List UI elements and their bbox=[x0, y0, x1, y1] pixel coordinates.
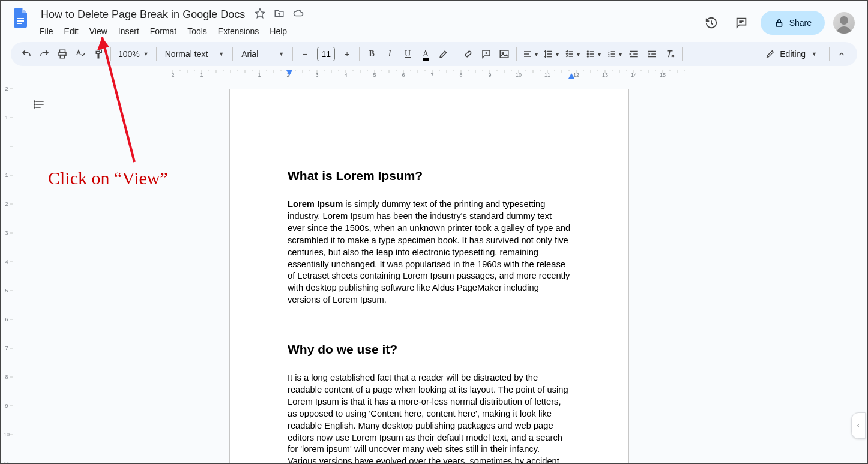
svg-point-12 bbox=[588, 56, 589, 57]
zoom-dropdown[interactable]: 100%▼ bbox=[115, 49, 152, 59]
svg-text:13: 13 bbox=[602, 72, 608, 78]
paint-format-button[interactable] bbox=[90, 46, 107, 62]
paragraph-2[interactable]: It is a long established fact that a rea… bbox=[288, 372, 571, 464]
zoom-value: 100% bbox=[118, 49, 140, 59]
bold-button[interactable]: B bbox=[363, 46, 380, 62]
svg-text:1: 1 bbox=[200, 72, 203, 78]
line-spacing-button[interactable] bbox=[541, 46, 561, 62]
account-avatar[interactable] bbox=[833, 12, 855, 34]
print-button[interactable] bbox=[54, 46, 71, 62]
svg-text:14: 14 bbox=[631, 72, 637, 78]
numbered-list-button[interactable]: 123 bbox=[604, 46, 624, 62]
pencil-icon bbox=[765, 49, 775, 59]
menu-help[interactable]: Help bbox=[265, 24, 292, 38]
toolbar: 100%▼ Normal text▼ Arial▼ − + B I U A 12… bbox=[11, 42, 857, 66]
undo-button[interactable] bbox=[18, 46, 35, 62]
underline-button[interactable]: U bbox=[399, 46, 416, 62]
font-family-dropdown[interactable]: Arial▼ bbox=[237, 49, 289, 59]
share-label: Share bbox=[789, 18, 812, 28]
align-button[interactable] bbox=[520, 46, 540, 62]
decrease-font-size-button[interactable]: − bbox=[297, 46, 313, 62]
star-icon[interactable] bbox=[255, 8, 265, 21]
collapse-toolbar-button[interactable] bbox=[833, 46, 850, 62]
italic-button[interactable]: I bbox=[381, 46, 398, 62]
menu-edit[interactable]: Edit bbox=[59, 24, 83, 38]
text-color-button[interactable]: A bbox=[417, 46, 434, 62]
menu-format[interactable]: Format bbox=[145, 24, 181, 38]
paragraph-style-dropdown[interactable]: Normal text▼ bbox=[160, 49, 229, 59]
paragraph-text: is simply dummy text of the printing and… bbox=[288, 199, 570, 304]
svg-text:8: 8 bbox=[459, 72, 462, 78]
paragraph-1[interactable]: Lorem Ipsum is simply dummy text of the … bbox=[288, 199, 571, 306]
spellcheck-button[interactable] bbox=[72, 46, 89, 62]
svg-point-11 bbox=[588, 53, 589, 55]
cloud-status-icon[interactable] bbox=[293, 8, 304, 21]
svg-rect-0 bbox=[17, 18, 24, 19]
svg-text:10: 10 bbox=[516, 72, 522, 78]
svg-text:7: 7 bbox=[5, 345, 8, 351]
paragraph-text: It is a long established fact that a rea… bbox=[288, 373, 568, 454]
svg-text:2: 2 bbox=[5, 86, 8, 92]
svg-text:15: 15 bbox=[660, 72, 666, 78]
comments-icon[interactable] bbox=[731, 12, 752, 34]
heading-2[interactable]: Why do we use it? bbox=[288, 341, 571, 358]
bold-text: Lorem Ipsum bbox=[288, 199, 343, 209]
decrease-indent-button[interactable] bbox=[625, 46, 642, 62]
svg-rect-3 bbox=[776, 22, 782, 26]
svg-rect-2 bbox=[17, 23, 22, 24]
menu-bar: File Edit View Insert Format Tools Exten… bbox=[35, 23, 701, 40]
redo-button[interactable] bbox=[36, 46, 53, 62]
svg-text:1: 1 bbox=[258, 72, 261, 78]
vertical-ruler[interactable]: 2112345678910111213 bbox=[4, 78, 16, 463]
svg-rect-1 bbox=[17, 20, 24, 22]
svg-text:4: 4 bbox=[344, 72, 347, 78]
font-size-input[interactable] bbox=[317, 47, 335, 61]
clear-formatting-button[interactable] bbox=[662, 46, 678, 62]
svg-text:8: 8 bbox=[5, 374, 8, 380]
svg-text:9: 9 bbox=[5, 403, 8, 409]
svg-text:3: 3 bbox=[5, 230, 8, 236]
docs-logo[interactable] bbox=[8, 6, 32, 30]
heading-1[interactable]: What is Lorem Ipsum? bbox=[288, 167, 571, 184]
mode-dropdown[interactable]: Editing ▼ bbox=[757, 47, 825, 61]
svg-text:11: 11 bbox=[4, 460, 10, 464]
svg-text:11: 11 bbox=[544, 72, 550, 78]
svg-text:6: 6 bbox=[402, 72, 405, 78]
document-page[interactable]: What is Lorem Ipsum? Lorem Ipsum is simp… bbox=[229, 89, 629, 464]
side-panel-toggle[interactable] bbox=[851, 412, 866, 439]
menu-extensions[interactable]: Extensions bbox=[213, 24, 264, 38]
link-text: web sites bbox=[427, 444, 463, 454]
menu-view[interactable]: View bbox=[85, 24, 112, 38]
increase-indent-button[interactable] bbox=[643, 46, 660, 62]
menu-tools[interactable]: Tools bbox=[182, 24, 212, 38]
insert-link-button[interactable] bbox=[460, 46, 477, 62]
checklist-button[interactable] bbox=[562, 46, 582, 62]
svg-text:3: 3 bbox=[315, 72, 318, 78]
style-value: Normal text bbox=[165, 49, 208, 59]
svg-text:2: 2 bbox=[171, 72, 174, 78]
svg-text:1: 1 bbox=[5, 172, 8, 178]
mode-label: Editing bbox=[780, 49, 806, 59]
share-button[interactable]: Share bbox=[761, 11, 825, 35]
svg-point-10 bbox=[588, 51, 589, 52]
svg-text:10: 10 bbox=[4, 432, 10, 438]
insert-image-button[interactable] bbox=[496, 46, 513, 62]
svg-text:5: 5 bbox=[373, 72, 376, 78]
svg-rect-8 bbox=[500, 50, 508, 58]
highlight-color-button[interactable] bbox=[435, 46, 452, 62]
svg-text:3: 3 bbox=[608, 55, 610, 58]
increase-font-size-button[interactable]: + bbox=[339, 46, 355, 62]
lock-icon bbox=[774, 17, 785, 28]
svg-text:5: 5 bbox=[5, 288, 8, 294]
svg-point-4 bbox=[840, 16, 848, 25]
bulleted-list-button[interactable] bbox=[583, 46, 603, 62]
move-icon[interactable] bbox=[274, 8, 285, 21]
menu-file[interactable]: File bbox=[35, 24, 58, 38]
svg-text:1: 1 bbox=[5, 115, 8, 121]
svg-text:6: 6 bbox=[5, 316, 8, 322]
svg-text:2: 2 bbox=[5, 201, 8, 207]
menu-insert[interactable]: Insert bbox=[113, 24, 144, 38]
history-icon[interactable] bbox=[701, 12, 722, 34]
add-comment-button[interactable] bbox=[478, 46, 495, 62]
document-title[interactable]: How to Delete Page Break in Google Docs bbox=[37, 7, 249, 22]
